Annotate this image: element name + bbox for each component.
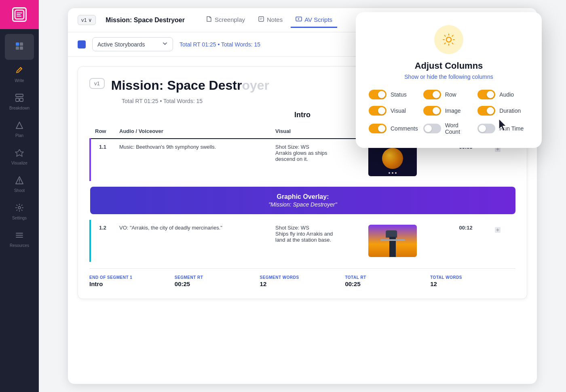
storyboard-icon [15, 42, 24, 53]
col-header-visual: Visual [270, 124, 363, 139]
toggle-thumb-status [378, 91, 385, 98]
toolbar-stats: Total RT 01:25 • Total Words: 15 [180, 41, 260, 48]
resources-label: Resources [10, 243, 29, 248]
resources-icon [15, 231, 24, 242]
svg-point-23 [446, 37, 451, 42]
toggle-label-row: Row [445, 91, 456, 98]
storyboard-dropdown-icon [162, 41, 168, 48]
svg-point-12 [19, 182, 20, 183]
action-cell-1-2 [488, 220, 515, 262]
toggle-item-word-count[interactable]: Word Count [423, 122, 475, 135]
toggle-item-row[interactable]: Row [423, 90, 475, 99]
graphic-overlay-title: Graphic Overlay: [97, 193, 509, 200]
shoot-label: Shoot [14, 188, 25, 193]
toggle-track-audio [477, 90, 495, 99]
total-words-value: 12 [430, 280, 515, 287]
project-title: Mission: Space Destryoer [106, 17, 185, 24]
av-scripts-tab-label: AV Scripts [304, 16, 332, 23]
toggle-label-duration: Duration [499, 107, 521, 114]
footer-end-segment: END OF SEGMENT 1 Intro [89, 275, 175, 287]
toggle-track-comments [369, 124, 386, 133]
end-segment-label: END OF SEGMENT 1 [89, 275, 175, 280]
tab-screenplay[interactable]: Screenplay [201, 13, 250, 28]
modal-title: Adjust Columns [369, 61, 529, 71]
ships-group [389, 172, 397, 174]
segment-rt-label: SEGMENT RT [175, 275, 260, 280]
toggle-switch-row[interactable] [423, 90, 441, 99]
toggle-item-image[interactable]: Image [423, 106, 475, 116]
sidebar-item-resources[interactable]: Resources [5, 226, 34, 252]
col-header-audio: Audio / Voiceover [114, 124, 270, 139]
toggle-track-word-count [423, 124, 441, 133]
total-words-label: TOTAL WORDS [430, 275, 515, 280]
storyboard-select[interactable]: Active Storyboards [92, 37, 173, 51]
screenplay-tab-icon [206, 16, 212, 23]
audio-cell-1-1: Music: Beethovan's 9th symphony swells. [114, 139, 270, 181]
sidebar-item-visualize[interactable]: Visualize [5, 144, 34, 170]
arrakis-image [368, 225, 417, 257]
svg-rect-1 [16, 42, 19, 46]
toggle-switch-visual[interactable] [369, 106, 386, 116]
toggle-switch-image[interactable] [423, 106, 441, 116]
tab-av-scripts[interactable]: AV Scripts [291, 13, 337, 28]
version-label: v1 ∨ [81, 17, 92, 23]
image-cell-1-2 [363, 220, 444, 262]
table-row: 1.2 VO: "Arrakis, the city of deadly mer… [90, 220, 515, 262]
toggle-track-duration [477, 106, 495, 116]
toggle-grid: Status Row [369, 90, 529, 135]
sidebar-logo[interactable] [0, 0, 39, 29]
sidebar-item-storyboard[interactable] [5, 34, 34, 60]
story-version-tag: v1 [89, 78, 105, 89]
total-rt-value: 00:25 [345, 280, 430, 287]
toggle-item-comments[interactable]: Comments [369, 122, 420, 135]
storyboard-select-label: Active Storyboards [97, 41, 145, 48]
modal-subtitle: Show or hide the following columns [369, 74, 529, 80]
toggle-label-word-count: Word Count [445, 122, 475, 135]
toggle-switch-word-count[interactable] [423, 124, 441, 133]
plan-icon [15, 121, 24, 132]
segment-name-value: Intro [89, 280, 175, 287]
toggle-item-status[interactable]: Status [369, 90, 420, 99]
graphic-overlay-row: Graphic Overlay: "Mission: Space Destroy… [90, 181, 515, 220]
logo-icon [12, 7, 27, 22]
row-action-icon-2[interactable] [492, 225, 511, 237]
toggle-thumb-audio [487, 91, 494, 98]
graphic-overlay-subtitle: "Mission: Space Destroyer" [97, 201, 509, 208]
arrakis-beam-left [380, 239, 393, 241]
planet-image [368, 144, 417, 176]
toggle-switch-comments[interactable] [369, 124, 386, 133]
settings-icon [15, 203, 24, 214]
sidebar-item-shoot[interactable]: Shoot [5, 171, 34, 197]
adjust-columns-modal: Adjust Columns Show or hide the followin… [356, 12, 542, 148]
visual-cell-1-1: Shot Size: WSArrakis glows as shipsdesce… [270, 139, 363, 181]
toggle-switch-duration[interactable] [477, 106, 495, 116]
svg-rect-3 [16, 46, 19, 50]
svg-marker-8 [16, 122, 23, 129]
toggle-thumb-duration [487, 107, 494, 114]
segment-words-value: 12 [260, 280, 345, 287]
toggle-thumb-comments [378, 125, 385, 132]
toggle-item-run-time[interactable]: Run Time [477, 122, 529, 135]
planet-sphere [382, 148, 403, 169]
toggle-switch-status[interactable] [369, 90, 386, 99]
toggle-track-image [423, 106, 441, 116]
row-number-1-2: 1.2 [90, 220, 114, 262]
shoot-icon [15, 176, 24, 187]
toggle-switch-run-time[interactable] [477, 124, 495, 133]
sidebar-item-write[interactable]: Write [5, 61, 34, 87]
toggle-track-status [369, 90, 386, 99]
toggle-switch-audio[interactable] [477, 90, 495, 99]
toggle-label-status: Status [391, 91, 407, 98]
version-badge[interactable]: v1 ∨ [78, 15, 96, 25]
sidebar-item-settings[interactable]: Settings [5, 199, 34, 225]
toggle-item-duration[interactable]: Duration [477, 106, 529, 116]
sidebar-item-plan[interactable]: Plan [5, 116, 34, 142]
tab-notes[interactable]: Notes [253, 13, 287, 28]
audio-cell-1-2: VO: "Arrakis, the city of deadly mercina… [114, 220, 270, 262]
segment-words-label: SEGMENT WORDS [260, 275, 345, 280]
sidebar-item-breakdown[interactable]: Breakdown [5, 89, 34, 115]
toggle-item-visual[interactable]: Visual [369, 106, 420, 116]
svg-marker-9 [15, 150, 23, 156]
segment-footer: END OF SEGMENT 1 Intro SEGMENT RT 00:25 … [89, 268, 515, 291]
toggle-item-audio[interactable]: Audio [477, 90, 529, 99]
